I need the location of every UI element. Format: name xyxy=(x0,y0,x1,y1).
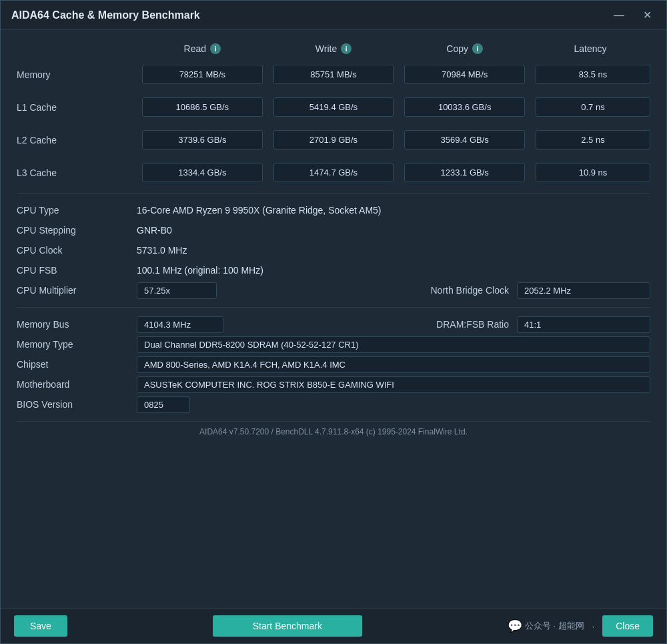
dram-fsb-label: DRAM:FSB Ratio xyxy=(270,319,517,330)
memory-latency-value: 83.5 ns xyxy=(536,65,650,84)
cpu-fsb-value: 100.1 MHz (original: 100 MHz) xyxy=(137,265,650,276)
section-divider xyxy=(17,193,650,194)
minimize-button[interactable]: — xyxy=(610,7,628,23)
memory-bus-value: 4104.3 MHz xyxy=(137,316,223,333)
l2-read-value: 3739.6 GB/s xyxy=(142,130,263,149)
memory-read-value: 78251 MB/s xyxy=(142,65,263,84)
header-copy: Copy i xyxy=(399,43,530,54)
l2-copy-value: 3569.4 GB/s xyxy=(404,130,525,149)
dram-fsb-value: 41:1 xyxy=(517,316,650,333)
memory-type-label: Memory Type xyxy=(17,339,137,350)
cpu-clock-row: CPU Clock 5731.0 MHz xyxy=(17,242,650,259)
row-label-memory: Memory xyxy=(17,69,137,80)
cpu-multiplier-row: CPU Multiplier 57.25x North Bridge Clock… xyxy=(17,282,650,299)
wechat-icon: 💬 xyxy=(508,619,522,633)
chipset-row: Chipset AMD 800-Series, AMD K1A.4 FCH, A… xyxy=(17,356,650,373)
close-window-button[interactable]: ✕ xyxy=(639,7,656,23)
button-bar: Save Start Benchmark 💬 公众号 · 超能网 · Close xyxy=(1,608,666,643)
l1-read-value: 10686.5 GB/s xyxy=(142,97,263,117)
start-benchmark-button[interactable]: Start Benchmark xyxy=(213,615,362,637)
memory-bus-label: Memory Bus xyxy=(17,319,137,330)
memory-type-value: Dual Channel DDR5-8200 SDRAM (40-52-52-1… xyxy=(137,336,650,353)
cpu-multiplier-value: 57.25x xyxy=(137,282,217,299)
memory-info-section: Memory Bus 4104.3 MHz DRAM:FSB Ratio 41:… xyxy=(17,316,650,413)
l3-latency-value: 10.9 ns xyxy=(536,163,650,182)
window-title: AIDA64 Cache & Memory Benchmark xyxy=(11,9,200,21)
l1-write-value: 5419.4 GB/s xyxy=(273,97,394,117)
save-button[interactable]: Save xyxy=(14,615,67,637)
write-info-icon[interactable]: i xyxy=(341,43,352,54)
memory-copy-value: 70984 MB/s xyxy=(404,65,525,84)
cpu-stepping-label: CPU Stepping xyxy=(17,225,137,236)
cpu-type-value: 16-Core AMD Ryzen 9 9950X (Granite Ridge… xyxy=(137,205,650,216)
watermark-text: 公众号 · 超能网 xyxy=(525,620,584,632)
table-row: L3 Cache 1334.4 GB/s 1474.7 GB/s 1233.1 … xyxy=(17,160,650,185)
cpu-clock-label: CPU Clock xyxy=(17,245,137,256)
table-row: L1 Cache 10686.5 GB/s 5419.4 GB/s 10033.… xyxy=(17,95,650,119)
row-label-l3cache: L3 Cache xyxy=(17,168,137,178)
memory-bus-row: Memory Bus 4104.3 MHz DRAM:FSB Ratio 41:… xyxy=(17,316,650,333)
cpu-clock-value: 5731.0 MHz xyxy=(137,245,650,256)
section-divider-2 xyxy=(17,307,650,308)
row-label-l2cache: L2 Cache xyxy=(17,135,137,145)
motherboard-label: Motherboard xyxy=(17,379,137,390)
l2-latency-value: 2.5 ns xyxy=(536,130,650,149)
watermark-area: 💬 公众号 · 超能网 · Close xyxy=(508,615,653,637)
l3-copy-value: 1233.1 GB/s xyxy=(404,163,525,182)
footer-text: AIDA64 v7.50.7200 / BenchDLL 4.7.911.8-x… xyxy=(17,421,650,439)
header-read: Read i xyxy=(137,43,268,54)
bios-label: BIOS Version xyxy=(17,399,137,410)
l1-latency-value: 0.7 ns xyxy=(536,97,650,117)
header-write: Write i xyxy=(268,43,400,54)
header-latency: Latency xyxy=(530,43,650,54)
memory-type-row: Memory Type Dual Channel DDR5-8200 SDRAM… xyxy=(17,336,650,353)
bios-row: BIOS Version 0825 xyxy=(17,396,650,413)
cpu-type-label: CPU Type xyxy=(17,205,137,216)
cpu-stepping-value: GNR-B0 xyxy=(137,225,650,236)
nb-clock-value: 2052.2 MHz xyxy=(517,282,650,299)
memory-write-value: 85751 MB/s xyxy=(273,65,394,84)
motherboard-value: ASUSTeK COMPUTER INC. ROG STRIX B850-E G… xyxy=(137,376,650,393)
l2-write-value: 2701.9 GB/s xyxy=(273,130,394,149)
l1-copy-value: 10033.6 GB/s xyxy=(404,97,525,117)
table-header-row: Read i Write i Copy i Latency xyxy=(17,41,650,57)
motherboard-row: Motherboard ASUSTeK COMPUTER INC. ROG ST… xyxy=(17,376,650,393)
content-area: Read i Write i Copy i Latency Memory 782… xyxy=(1,30,666,608)
bios-value: 0825 xyxy=(137,396,190,413)
close-button[interactable]: Close xyxy=(602,615,653,637)
title-bar-controls: — ✕ xyxy=(610,7,656,23)
cpu-type-row: CPU Type 16-Core AMD Ryzen 9 9950X (Gran… xyxy=(17,202,650,219)
l3-read-value: 1334.4 GB/s xyxy=(142,163,263,182)
nb-clock-label: North Bridge Clock xyxy=(270,285,517,296)
cpu-multiplier-label: CPU Multiplier xyxy=(17,285,137,296)
cpu-stepping-row: CPU Stepping GNR-B0 xyxy=(17,222,650,239)
read-info-icon[interactable]: i xyxy=(210,43,221,54)
cpu-info-section: CPU Type 16-Core AMD Ryzen 9 9950X (Gran… xyxy=(17,202,650,299)
title-bar: AIDA64 Cache & Memory Benchmark — ✕ xyxy=(1,1,666,30)
cpu-fsb-row: CPU FSB 100.1 MHz (original: 100 MHz) xyxy=(17,262,650,279)
chipset-label: Chipset xyxy=(17,359,137,370)
l3-write-value: 1474.7 GB/s xyxy=(273,163,394,182)
cpu-fsb-label: CPU FSB xyxy=(17,265,137,276)
table-row: L2 Cache 3739.6 GB/s 2701.9 GB/s 3569.4 … xyxy=(17,127,650,152)
row-label-l1cache: L1 Cache xyxy=(17,102,137,113)
copy-info-icon[interactable]: i xyxy=(472,43,483,54)
main-window: AIDA64 Cache & Memory Benchmark — ✕ Read… xyxy=(0,0,667,644)
table-row: Memory 78251 MB/s 85751 MB/s 70984 MB/s … xyxy=(17,62,650,87)
chipset-value: AMD 800-Series, AMD K1A.4 FCH, AMD K1A.4… xyxy=(137,356,650,373)
